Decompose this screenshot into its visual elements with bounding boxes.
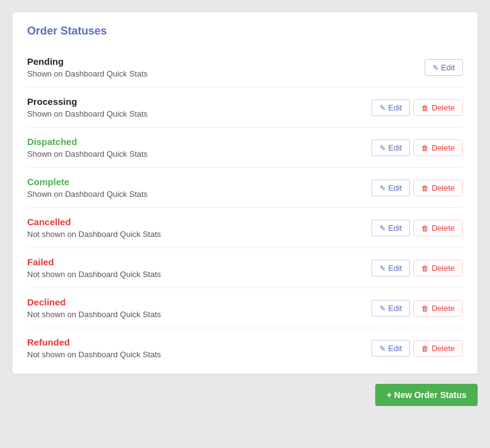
status-name: Failed — [27, 257, 161, 267]
status-info: ProcessingShown on Dashboard Quick Stats — [27, 96, 147, 118]
status-name: Processing — [27, 96, 147, 107]
delete-button[interactable]: Delete — [413, 260, 463, 276]
status-list: PendingShown on Dashboard Quick StatsEdi… — [27, 48, 463, 368]
new-status-row: + New Order Status — [12, 384, 478, 406]
status-actions: EditDelete — [372, 180, 463, 196]
status-actions: EditDelete — [372, 139, 463, 156]
status-actions: EditDelete — [372, 260, 463, 276]
status-item: DeclinedNot shown on Dashboard Quick Sta… — [27, 288, 463, 328]
pencil-icon — [380, 263, 386, 273]
status-item: CancelledNot shown on Dashboard Quick St… — [27, 208, 463, 248]
status-description: Shown on Dashboard Quick Stats — [27, 69, 147, 78]
edit-button[interactable]: Edit — [425, 59, 463, 76]
status-info: DispatchedShown on Dashboard Quick Stats — [27, 136, 147, 159]
status-name: Pending — [27, 56, 147, 67]
status-actions: EditDelete — [372, 220, 463, 236]
trash-icon — [421, 263, 429, 273]
status-info: DeclinedNot shown on Dashboard Quick Sta… — [27, 297, 161, 319]
status-info: CompleteShown on Dashboard Quick Stats — [27, 176, 147, 199]
status-actions: EditDelete — [372, 340, 463, 357]
edit-button[interactable]: Edit — [372, 99, 410, 116]
status-description: Shown on Dashboard Quick Stats — [27, 189, 147, 199]
trash-icon — [421, 143, 429, 152]
delete-button[interactable]: Delete — [413, 300, 463, 317]
edit-button[interactable]: Edit — [372, 139, 410, 156]
order-statuses-card: Order Statuses PendingShown on Dashboard… — [12, 12, 478, 374]
status-description: Shown on Dashboard Quick Stats — [27, 149, 147, 159]
status-item: CompleteShown on Dashboard Quick StatsEd… — [27, 168, 463, 208]
status-item: FailedNot shown on Dashboard Quick Stats… — [27, 248, 463, 288]
status-description: Not shown on Dashboard Quick Stats — [27, 270, 161, 279]
status-actions: EditDelete — [372, 99, 463, 116]
status-name: Complete — [27, 176, 147, 187]
status-description: Not shown on Dashboard Quick Stats — [27, 310, 161, 319]
edit-button[interactable]: Edit — [372, 340, 410, 357]
delete-button[interactable]: Delete — [413, 99, 463, 116]
trash-icon — [421, 223, 429, 233]
status-name: Cancelled — [27, 217, 161, 227]
edit-button[interactable]: Edit — [372, 260, 410, 276]
pencil-icon — [380, 344, 386, 353]
pencil-icon — [433, 63, 439, 72]
status-item: PendingShown on Dashboard Quick StatsEdi… — [27, 48, 463, 88]
edit-button[interactable]: Edit — [372, 300, 410, 317]
delete-button[interactable]: Delete — [413, 340, 463, 357]
status-name: Dispatched — [27, 136, 147, 147]
status-name: Refunded — [27, 337, 161, 347]
status-item: DispatchedShown on Dashboard Quick Stats… — [27, 128, 463, 168]
status-info: FailedNot shown on Dashboard Quick Stats — [27, 257, 161, 279]
status-item: RefundedNot shown on Dashboard Quick Sta… — [27, 328, 463, 368]
status-info: CancelledNot shown on Dashboard Quick St… — [27, 217, 161, 239]
page-title: Order Statuses — [27, 25, 463, 38]
status-description: Shown on Dashboard Quick Stats — [27, 109, 147, 118]
page-wrapper: Order Statuses PendingShown on Dashboard… — [12, 12, 478, 406]
trash-icon — [421, 183, 429, 193]
status-actions: Edit — [425, 59, 463, 76]
status-actions: EditDelete — [372, 300, 463, 317]
status-description: Not shown on Dashboard Quick Stats — [27, 350, 161, 359]
edit-button[interactable]: Edit — [372, 220, 410, 236]
pencil-icon — [380, 223, 386, 233]
pencil-icon — [380, 304, 386, 313]
trash-icon — [421, 103, 429, 112]
pencil-icon — [380, 143, 386, 152]
delete-button[interactable]: Delete — [413, 180, 463, 196]
new-order-status-button[interactable]: + New Order Status — [375, 384, 478, 406]
status-name: Declined — [27, 297, 161, 307]
status-item: ProcessingShown on Dashboard Quick Stats… — [27, 88, 463, 128]
edit-button[interactable]: Edit — [372, 180, 410, 196]
pencil-icon — [380, 103, 386, 112]
pencil-icon — [380, 183, 386, 193]
status-info: RefundedNot shown on Dashboard Quick Sta… — [27, 337, 161, 359]
status-description: Not shown on Dashboard Quick Stats — [27, 230, 161, 239]
trash-icon — [421, 344, 429, 353]
status-info: PendingShown on Dashboard Quick Stats — [27, 56, 147, 78]
delete-button[interactable]: Delete — [413, 139, 463, 156]
delete-button[interactable]: Delete — [413, 220, 463, 236]
trash-icon — [421, 304, 429, 313]
